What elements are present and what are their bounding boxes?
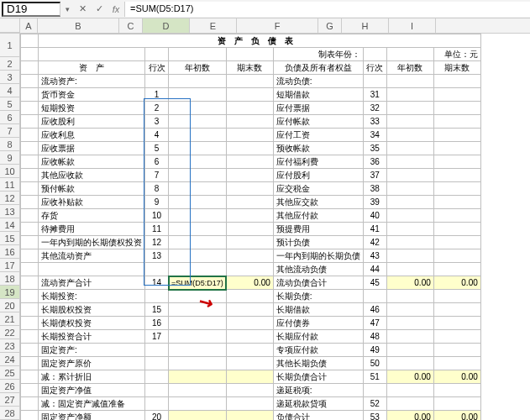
cell-i8[interactable] (433, 129, 480, 142)
cell-d15[interactable] (169, 223, 227, 236)
row-header-15[interactable]: 15 (0, 232, 19, 245)
cell-e18[interactable] (226, 263, 273, 276)
cell-f6[interactable]: 应付票据 (273, 102, 363, 115)
cell-d27[interactable] (169, 384, 227, 397)
cell-h24[interactable] (386, 344, 433, 357)
meta-year-label[interactable]: 制表年份： (273, 48, 363, 61)
cell-c28[interactable] (145, 397, 169, 411)
cell-f23[interactable]: 长期应付款 (273, 330, 363, 344)
cell-b16[interactable]: 一年内到期的长期债权投资 (39, 236, 145, 249)
cell-e28[interactable] (226, 397, 273, 411)
cell-g5[interactable]: 31 (363, 88, 386, 102)
select-all-corner[interactable] (0, 18, 20, 33)
cell-i7[interactable] (433, 115, 480, 129)
cell-h13[interactable] (386, 196, 433, 209)
cell-h16[interactable] (386, 236, 433, 249)
cell-e26[interactable] (226, 370, 273, 384)
cell-e27[interactable] (226, 384, 273, 397)
cell-d5[interactable] (169, 88, 227, 102)
cell-b26[interactable]: 减：累计折旧 (39, 370, 145, 384)
cell-g25[interactable]: 50 (363, 357, 386, 370)
cell-e12[interactable] (226, 182, 273, 196)
row-header-21[interactable]: 21 (0, 312, 19, 326)
cell-f14[interactable]: 其他应付款 (273, 209, 363, 223)
cell-d29[interactable] (169, 411, 227, 421)
cell-f13[interactable]: 其他应交款 (273, 196, 363, 209)
cell-h9[interactable] (386, 142, 433, 155)
cell-e4[interactable] (226, 75, 273, 88)
cell-c23[interactable]: 17 (145, 330, 169, 344)
name-box[interactable] (2, 2, 60, 17)
cell-h29[interactable]: 0.00 (386, 411, 433, 421)
cell-b5[interactable]: 货币资金 (39, 88, 145, 102)
col-header-e[interactable]: E (190, 18, 237, 33)
cell-h11[interactable] (386, 169, 433, 182)
cell-f8[interactable]: 应付工资 (273, 129, 363, 142)
cell-i20[interactable] (433, 290, 480, 303)
cell-g4[interactable] (363, 75, 386, 88)
cell-e9[interactable] (226, 142, 273, 155)
meta-unit[interactable]: 单位：元 (433, 48, 480, 61)
cell-f16[interactable]: 预计负债 (273, 236, 363, 249)
cell-g26[interactable]: 51 (363, 370, 386, 384)
cell-e29[interactable] (226, 411, 273, 421)
row-header-4[interactable]: 4 (0, 84, 19, 97)
cell-g15[interactable]: 41 (363, 223, 386, 236)
cell-d26[interactable] (169, 370, 227, 384)
col-header-i[interactable]: I (389, 18, 436, 33)
cell-c17[interactable]: 13 (145, 249, 169, 263)
cell-h12[interactable] (386, 182, 433, 196)
cell-g17[interactable]: 43 (363, 249, 386, 263)
cell-h5[interactable] (386, 88, 433, 102)
row-header-24[interactable]: 24 (0, 353, 19, 366)
cell-i25[interactable] (433, 357, 480, 370)
row-header-12[interactable]: 12 (0, 192, 19, 205)
cell-h22[interactable] (386, 317, 433, 330)
cell-h8[interactable] (386, 129, 433, 142)
cell-i10[interactable] (433, 155, 480, 169)
cell-b21[interactable]: 长期股权投资 (39, 303, 145, 317)
cell-d23[interactable] (169, 330, 227, 344)
cell-i29[interactable]: 0.00 (433, 411, 480, 421)
cell-f20[interactable]: 长期负债: (273, 290, 363, 303)
cell-e24[interactable] (226, 344, 273, 357)
cell-d4[interactable] (169, 75, 227, 88)
cell-i12[interactable] (433, 182, 480, 196)
formula-cancel[interactable]: ✕ (74, 3, 91, 14)
cell-g10[interactable]: 36 (363, 155, 386, 169)
hdr-begin1[interactable]: 年初数 (169, 61, 227, 75)
cell-h23[interactable] (386, 330, 433, 344)
cell-f10[interactable]: 应付福利费 (273, 155, 363, 169)
cell-c5[interactable]: 1 (145, 88, 169, 102)
cell-h17[interactable] (386, 249, 433, 263)
row-header-5[interactable]: 5 (0, 97, 19, 111)
cell-g12[interactable]: 38 (363, 182, 386, 196)
row-header-10[interactable]: 10 (0, 165, 19, 178)
cell-g28[interactable]: 52 (363, 397, 386, 411)
cell-b4[interactable]: 流动资产: (39, 75, 145, 88)
cell-g22[interactable]: 47 (363, 317, 386, 330)
cell-d14[interactable] (169, 209, 227, 223)
cell-g11[interactable]: 37 (363, 169, 386, 182)
cell-c27[interactable] (145, 384, 169, 397)
row-header-17[interactable]: 17 (0, 259, 19, 272)
namebox-dropdown[interactable]: ▾ (60, 5, 74, 13)
cell-e8[interactable] (226, 129, 273, 142)
col-header-a[interactable]: A (20, 18, 38, 33)
cell-f24[interactable]: 专项应付款 (273, 344, 363, 357)
col-header-g[interactable]: G (318, 18, 342, 33)
cell-f11[interactable]: 应付股利 (273, 169, 363, 182)
cell-g18[interactable]: 44 (363, 263, 386, 276)
cell-b29[interactable]: 固定资产净额 (39, 411, 145, 421)
cell-c6[interactable]: 2 (145, 102, 169, 115)
row-header-26[interactable]: 26 (0, 380, 19, 393)
cell-d7[interactable] (169, 115, 227, 129)
cell-b17[interactable]: 其他流动资产 (39, 249, 145, 263)
cell-b22[interactable]: 长期债权投资 (39, 317, 145, 330)
hdr-line1[interactable]: 行次 (145, 61, 169, 75)
cell-b19[interactable]: 流动资产合计 (39, 276, 145, 290)
cell-h27[interactable] (386, 384, 433, 397)
cell-b14[interactable]: 存货 (39, 209, 145, 223)
cell-c16[interactable]: 12 (145, 236, 169, 249)
cell-g14[interactable]: 40 (363, 209, 386, 223)
